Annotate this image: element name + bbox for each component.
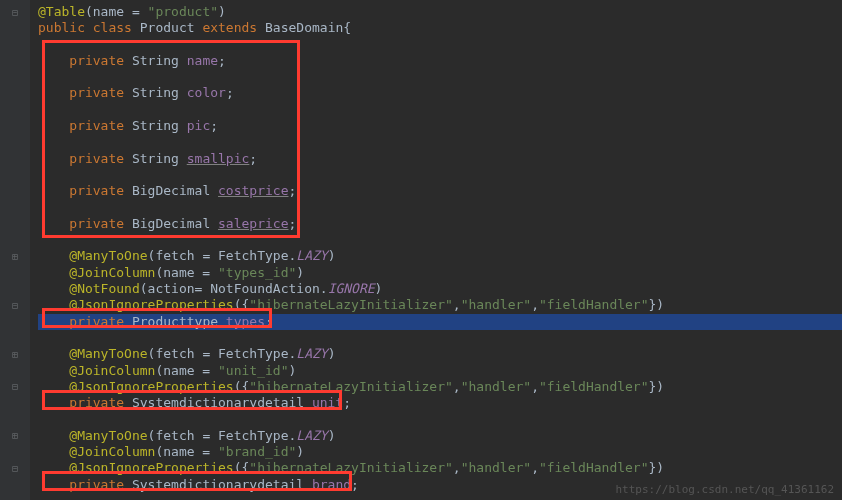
code-line: @JoinColumn(name = "unit_id") <box>38 363 842 379</box>
fold-icon[interactable] <box>0 297 30 313</box>
code-line <box>38 37 842 53</box>
code-line: private String color; <box>38 85 842 101</box>
code-line <box>38 232 842 248</box>
code-line: private BigDecimal saleprice; <box>38 216 842 232</box>
fold-icon[interactable] <box>0 460 30 476</box>
code-line: @NotFound(action= NotFoundAction.IGNORE) <box>38 281 842 297</box>
code-area[interactable]: @Table(name = "product") public class Pr… <box>30 0 842 500</box>
code-line: @JoinColumn(name = "brand_id") <box>38 444 842 460</box>
code-line: @JoinColumn(name = "types_id") <box>38 265 842 281</box>
code-line: @JsonIgnoreProperties({"hibernateLazyIni… <box>38 297 842 313</box>
code-line <box>38 330 842 346</box>
code-line: @ManyToOne(fetch = FetchType.LAZY) <box>38 428 842 444</box>
code-line: private String name; <box>38 53 842 69</box>
code-line: @Table(name = "product") <box>38 4 842 20</box>
fold-icon[interactable] <box>0 379 30 395</box>
code-line <box>38 411 842 427</box>
code-line-highlighted: private Producttype types; <box>38 314 842 330</box>
code-line <box>38 134 842 150</box>
code-line: @ManyToOne(fetch = FetchType.LAZY) <box>38 346 842 362</box>
code-line: @ManyToOne(fetch = FetchType.LAZY) <box>38 248 842 264</box>
fold-icon[interactable] <box>0 346 30 362</box>
watermark: https://blog.csdn.net/qq_41361162 <box>615 483 834 496</box>
code-line: private String smallpic; <box>38 151 842 167</box>
fold-icon[interactable] <box>0 428 30 444</box>
code-line: private BigDecimal costprice; <box>38 183 842 199</box>
fold-icon[interactable] <box>0 248 30 264</box>
code-line <box>38 102 842 118</box>
code-line: private Systemdictionarydetail unit; <box>38 395 842 411</box>
code-line: @JsonIgnoreProperties({"hibernateLazyIni… <box>38 460 842 476</box>
code-line <box>38 69 842 85</box>
code-line: public class Product extends BaseDomain{ <box>38 20 842 36</box>
code-line: @JsonIgnoreProperties({"hibernateLazyIni… <box>38 379 842 395</box>
code-editor: @Table(name = "product") public class Pr… <box>0 0 842 500</box>
code-line <box>38 200 842 216</box>
code-line <box>38 167 842 183</box>
code-line: private String pic; <box>38 118 842 134</box>
gutter <box>0 0 30 500</box>
fold-icon[interactable] <box>0 4 30 20</box>
